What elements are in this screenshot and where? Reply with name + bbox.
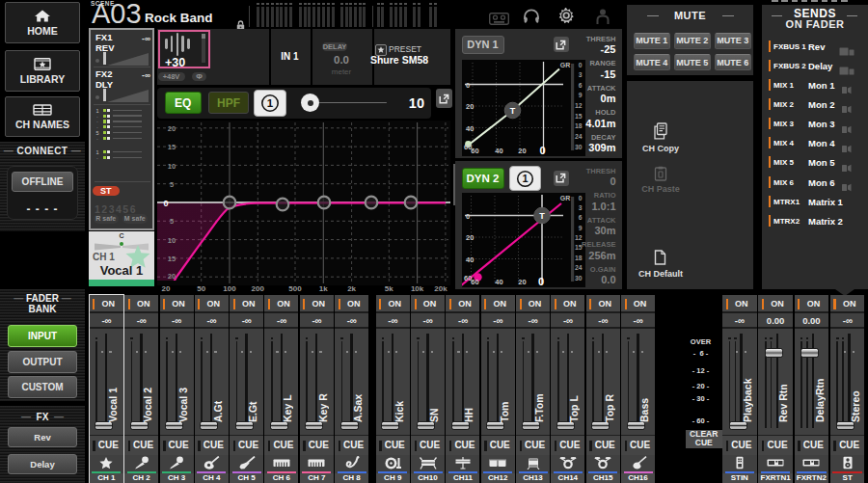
svg-text:0: 0 bbox=[466, 80, 470, 89]
svg-text:T: T bbox=[539, 211, 545, 221]
svg-text:40: 40 bbox=[466, 255, 474, 264]
svg-text:1: 1 bbox=[266, 97, 273, 109]
svg-text:60: 60 bbox=[471, 147, 478, 155]
svg-text:5k: 5k bbox=[385, 284, 393, 293]
svg-text:5: 5 bbox=[170, 180, 174, 189]
svg-text:50: 50 bbox=[197, 284, 205, 293]
svg-text:40: 40 bbox=[495, 278, 502, 286]
svg-text:1: 1 bbox=[522, 173, 528, 184]
svg-text:15: 15 bbox=[168, 255, 176, 263]
svg-text:60: 60 bbox=[471, 278, 478, 286]
svg-text:20: 20 bbox=[466, 102, 474, 111]
svg-text:20: 20 bbox=[518, 278, 526, 286]
svg-text:0: 0 bbox=[466, 212, 470, 221]
svg-text:200: 200 bbox=[252, 284, 265, 293]
svg-text:20: 20 bbox=[518, 147, 526, 155]
svg-text:20: 20 bbox=[466, 233, 474, 242]
svg-text:20k: 20k bbox=[434, 284, 448, 293]
svg-text:0: 0 bbox=[537, 276, 543, 287]
svg-text:40: 40 bbox=[466, 123, 474, 132]
svg-text:1k: 1k bbox=[319, 284, 328, 293]
svg-text:10: 10 bbox=[168, 236, 176, 245]
svg-text:10k: 10k bbox=[411, 284, 424, 293]
svg-text:2k: 2k bbox=[347, 284, 356, 293]
svg-text:20: 20 bbox=[168, 124, 176, 133]
svg-text:100: 100 bbox=[223, 284, 236, 293]
svg-text:0: 0 bbox=[539, 144, 545, 155]
svg-text:5: 5 bbox=[170, 217, 174, 226]
svg-text:0: 0 bbox=[163, 199, 168, 208]
svg-text:10: 10 bbox=[168, 162, 176, 171]
svg-text:20: 20 bbox=[168, 272, 176, 281]
svg-text:20: 20 bbox=[162, 284, 171, 293]
svg-text:15: 15 bbox=[168, 143, 176, 151]
svg-text:500: 500 bbox=[288, 284, 302, 293]
svg-text:T: T bbox=[509, 106, 515, 116]
svg-text:40: 40 bbox=[495, 147, 502, 155]
